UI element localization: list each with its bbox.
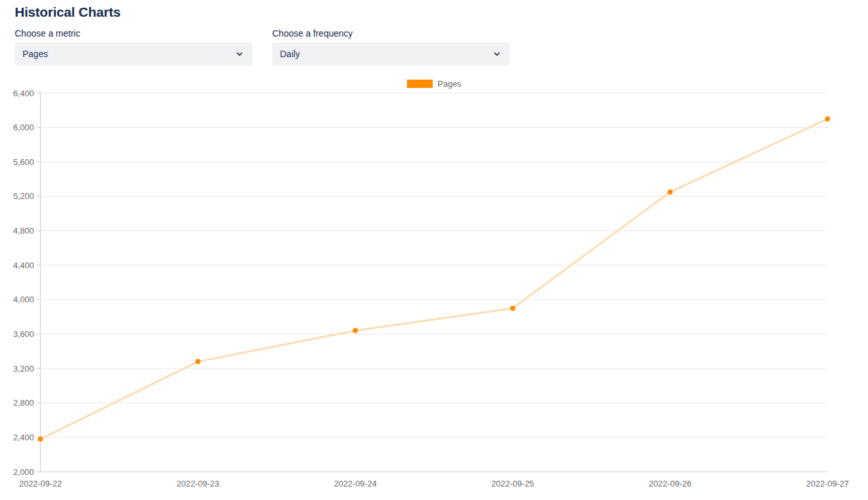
legend-label-pages: Pages — [438, 79, 462, 89]
y-tick-label: 4,400 — [13, 261, 34, 270]
chevron-down-icon — [493, 50, 501, 58]
y-tick-label: 3,600 — [13, 329, 34, 339]
data-point[interactable] — [352, 328, 358, 333]
data-point[interactable] — [510, 306, 516, 311]
frequency-select-value: Daily — [280, 49, 300, 59]
x-tick-label: 2022-09-26 — [649, 479, 692, 488]
historical-charts-page: Historical Charts Choose a metric Pages … — [0, 0, 868, 500]
chevron-down-icon — [236, 50, 243, 58]
y-tick-label: 4,000 — [13, 295, 34, 304]
data-point[interactable] — [825, 116, 830, 121]
line-chart-canvas: 2,0002,4002,8003,2003,6004,0004,4004,800… — [0, 88, 868, 500]
metric-control: Choose a metric Pages — [15, 28, 252, 65]
metric-select[interactable]: Pages — [15, 42, 252, 65]
x-tick-label: 2022-09-22 — [19, 479, 62, 488]
historical-chart: 2,0002,4002,8003,2003,6004,0004,4004,800… — [0, 88, 868, 500]
y-tick-label: 6,400 — [13, 89, 34, 98]
chart-legend: Pages — [0, 79, 868, 88]
x-tick-label: 2022-09-27 — [806, 479, 849, 488]
frequency-control: Choose a frequency Daily — [272, 28, 510, 65]
y-tick-label: 2,400 — [13, 433, 34, 442]
page-title: Historical Charts — [15, 4, 868, 21]
metric-label: Choose a metric — [15, 28, 252, 39]
y-tick-label: 3,200 — [13, 364, 34, 374]
y-tick-label: 2,000 — [13, 467, 34, 477]
frequency-label: Choose a frequency — [272, 28, 510, 39]
x-tick-label: 2022-09-23 — [177, 479, 220, 488]
data-point[interactable] — [195, 359, 200, 364]
data-point[interactable] — [668, 189, 673, 194]
y-tick-label: 5,600 — [13, 157, 34, 167]
x-tick-label: 2022-09-24 — [334, 479, 377, 488]
x-tick-label: 2022-09-25 — [491, 479, 534, 488]
data-point[interactable] — [38, 436, 43, 442]
y-tick-label: 5,200 — [13, 191, 34, 201]
chart-controls: Choose a metric Pages Choose a frequency… — [15, 28, 868, 65]
y-tick-label: 2,800 — [13, 398, 34, 408]
series-line-pages — [40, 119, 828, 439]
y-tick-label: 4,800 — [13, 226, 34, 236]
metric-select-value: Pages — [22, 49, 48, 59]
legend-swatch-pages — [407, 80, 433, 88]
frequency-select[interactable]: Daily — [272, 42, 510, 65]
y-tick-label: 6,000 — [13, 123, 34, 132]
